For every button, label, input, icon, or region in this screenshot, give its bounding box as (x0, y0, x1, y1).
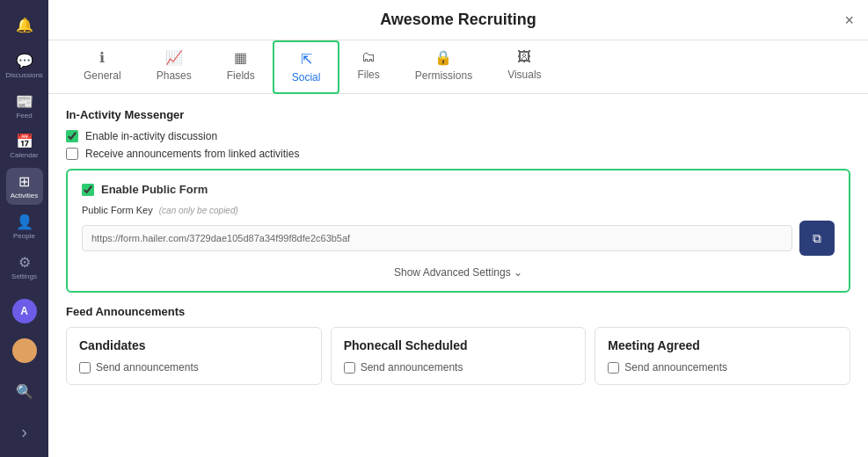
in-activity-messenger-section: In-Activity Messenger Enable in-activity… (66, 108, 850, 160)
feed-announcements-section: Feed Announcements Candidates Send annou… (66, 305, 850, 385)
sidebar-discussions-label: Discussions (5, 71, 43, 79)
public-form-key-input[interactable] (82, 225, 792, 251)
social-tab-label: Social (292, 71, 321, 83)
sidebar-settings-label: Settings (11, 272, 37, 280)
files-tab-icon: 🗂 (361, 49, 376, 65)
tab-social[interactable]: ⇱ Social (273, 40, 340, 94)
candidates-send-label: Send announcements (96, 361, 199, 374)
public-form-key-note: (can only be copied) (159, 206, 238, 215)
sidebar-item-calendar[interactable]: 📅 Calendar (6, 127, 43, 164)
fields-tab-icon: ▦ (234, 49, 247, 66)
social-tab-icon: ⇱ (301, 51, 312, 68)
tab-files[interactable]: 🗂 Files (339, 40, 397, 94)
user-avatar: A (12, 299, 37, 323)
general-tab-icon: ℹ (99, 49, 105, 66)
sidebar-feed-label: Feed (16, 112, 32, 120)
sidebar-item-user-avatar[interactable]: A (6, 293, 43, 330)
sidebar-item-other-avatar[interactable] (6, 333, 43, 370)
bell-icon: 🔔 (16, 17, 33, 33)
public-form-key-label: Public Form Key (82, 205, 153, 215)
receive-announcements-checkbox[interactable] (66, 148, 78, 160)
sidebar-item-discussions[interactable]: 💬 Discussions (6, 47, 43, 84)
other-avatar (12, 338, 37, 363)
close-button[interactable]: × (844, 11, 854, 29)
sidebar-item-search[interactable]: 🔍 (6, 373, 43, 410)
sidebar-item-settings[interactable]: ⚙ Settings (6, 249, 43, 286)
search-icon: 🔍 (16, 383, 33, 400)
announcement-card-phonecall: Phonecall Scheduled Send announcements (331, 327, 587, 385)
feed-announcements-title: Feed Announcements (66, 305, 850, 318)
phases-tab-label: Phases (157, 69, 192, 82)
settings-icon: ⚙ (18, 254, 31, 271)
enable-discussion-label: Enable in-activity discussion (85, 130, 217, 142)
sidebar-people-label: People (13, 232, 35, 240)
files-tab-label: Files (357, 69, 379, 81)
candidates-card-title: Candidates (79, 338, 309, 352)
sidebar-item-people[interactable]: 👤 People (6, 208, 43, 245)
key-input-row: ⧉ (82, 221, 835, 256)
general-tab-label: General (84, 69, 121, 82)
receive-announcements-label: Receive announcements from linked activi… (85, 148, 299, 160)
feed-icon: 📰 (16, 93, 33, 110)
tab-fields[interactable]: ▦ Fields (209, 40, 273, 94)
meeting-card-title: Meeting Agreed (608, 338, 837, 352)
content-area: In-Activity Messenger Enable in-activity… (48, 94, 868, 457)
candidates-send-checkbox[interactable] (79, 362, 91, 374)
sidebar-item-activities[interactable]: ⊞ Activities (6, 168, 43, 205)
sidebar-item-more[interactable]: › (6, 413, 43, 450)
sidebar-item-feed[interactable]: 📰 Feed (6, 88, 43, 125)
enable-public-form-checkbox[interactable] (82, 184, 94, 196)
calendar-icon: 📅 (16, 133, 33, 149)
announcement-cards: Candidates Send announcements Phonecall … (66, 327, 850, 385)
public-form-key-label-row: Public Form Key (can only be copied) (82, 205, 835, 215)
meeting-checkbox-row: Send announcements (608, 361, 837, 374)
dialog-title: Awesome Recruiting (380, 11, 536, 29)
meeting-send-label: Send announcements (624, 361, 727, 374)
user-initial: A (20, 305, 28, 317)
enable-discussion-checkbox[interactable] (66, 130, 78, 142)
activities-icon: ⊞ (18, 173, 30, 190)
phonecall-card-title: Phonecall Scheduled (344, 338, 573, 352)
announcement-card-candidates: Candidates Send announcements (66, 327, 322, 385)
fields-tab-label: Fields (227, 69, 255, 82)
tab-visuals[interactable]: 🖼 Visuals (490, 40, 558, 94)
tab-phases[interactable]: 📈 Phases (139, 40, 209, 94)
public-form-box: Enable Public Form Public Form Key (can … (66, 169, 850, 293)
in-activity-section-title: In-Activity Messenger (66, 108, 850, 121)
phonecall-send-checkbox[interactable] (344, 362, 355, 374)
dialog-header: Awesome Recruiting × (48, 0, 868, 40)
sidebar-item-notifications[interactable]: 🔔 (6, 7, 43, 44)
receive-announcements-row: Receive announcements from linked activi… (66, 148, 850, 160)
tab-general[interactable]: ℹ General (66, 40, 139, 94)
copy-icon: ⧉ (813, 231, 821, 246)
show-advanced-settings[interactable]: Show Advanced Settings ⌄ (82, 266, 835, 279)
candidates-checkbox-row: Send announcements (79, 361, 309, 374)
main-content: Awesome Recruiting × ℹ General 📈 Phases … (48, 0, 868, 457)
people-icon: 👤 (16, 214, 33, 230)
more-icon: › (21, 422, 27, 442)
enable-public-form-row: Enable Public Form (82, 183, 835, 196)
tab-bar: ℹ General 📈 Phases ▦ Fields ⇱ Social 🗂 F… (48, 40, 868, 94)
sidebar-activities-label: Activities (11, 192, 39, 199)
phases-tab-icon: 📈 (165, 49, 183, 66)
permissions-tab-icon: 🔒 (434, 49, 452, 66)
visuals-tab-label: Visuals (507, 69, 541, 81)
meeting-send-checkbox[interactable] (608, 362, 619, 374)
permissions-tab-label: Permissions (415, 69, 472, 82)
discussions-icon: 💬 (16, 53, 33, 69)
sidebar-calendar-label: Calendar (10, 151, 38, 159)
enable-discussion-row: Enable in-activity discussion (66, 130, 850, 142)
tab-permissions[interactable]: 🔒 Permissions (398, 40, 490, 94)
phonecall-send-label: Send announcements (361, 361, 463, 374)
visuals-tab-icon: 🖼 (517, 49, 531, 65)
phonecall-checkbox-row: Send announcements (344, 361, 573, 374)
copy-key-button[interactable]: ⧉ (799, 221, 835, 256)
enable-public-form-label: Enable Public Form (101, 183, 208, 196)
announcement-card-meeting: Meeting Agreed Send announcements (594, 327, 850, 385)
sidebar: 🔔 💬 Discussions 📰 Feed 📅 Calendar ⊞ Acti… (0, 0, 48, 457)
